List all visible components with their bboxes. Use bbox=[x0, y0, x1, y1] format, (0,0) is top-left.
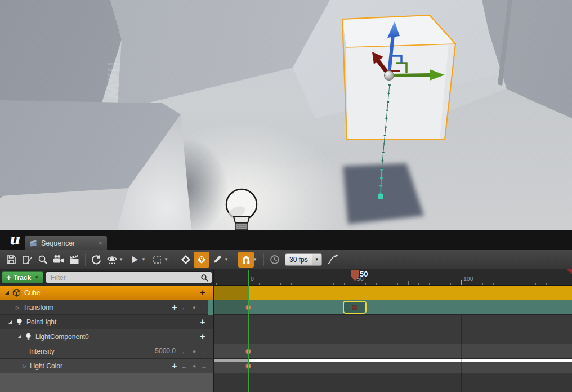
ruler-tick bbox=[557, 283, 557, 285]
clapperboard-icon bbox=[69, 254, 81, 265]
time-ruler[interactable]: 050100 bbox=[214, 269, 572, 286]
filter-box[interactable] bbox=[46, 271, 212, 283]
collapsed-arrow-icon[interactable]: ▷ bbox=[16, 305, 20, 310]
expand-arrow-icon[interactable] bbox=[5, 291, 9, 295]
auto-key-button[interactable] bbox=[194, 252, 209, 268]
track-row-cube[interactable]: Cube + bbox=[0, 286, 213, 300]
play-icon bbox=[130, 255, 139, 264]
playback-start-line[interactable] bbox=[248, 270, 249, 392]
collapsed-arrow-icon[interactable]: ▷ bbox=[23, 363, 26, 369]
keyframe-options-caret[interactable]: ▼ bbox=[224, 257, 231, 262]
add-key-icon[interactable]: ◆ bbox=[193, 349, 195, 354]
create-camera-button[interactable] bbox=[51, 252, 66, 268]
tab-sequencer[interactable]: Sequencer × bbox=[25, 236, 107, 250]
transform-track-lane[interactable] bbox=[214, 300, 572, 315]
pencil-icon bbox=[212, 254, 223, 265]
track-row-lightcomponent0[interactable]: LightComponent0 + bbox=[0, 329, 213, 344]
keyframe-options-button[interactable] bbox=[209, 252, 225, 268]
add-key-button[interactable]: + bbox=[169, 302, 180, 313]
ruler-tick bbox=[482, 283, 483, 285]
view-options-button[interactable] bbox=[104, 252, 120, 268]
ruler-tick bbox=[429, 283, 430, 285]
sequencer-panel: u Sequencer × bbox=[0, 230, 572, 392]
keyframe-button[interactable] bbox=[178, 252, 194, 268]
selection-range-button[interactable] bbox=[149, 252, 165, 268]
selection-range-caret[interactable]: ▼ bbox=[164, 257, 171, 262]
timeline-area[interactable] bbox=[214, 286, 572, 392]
lightcomponent-track-lane[interactable] bbox=[214, 329, 572, 344]
filter-input[interactable] bbox=[46, 272, 212, 283]
find-in-content-browser-button[interactable] bbox=[35, 252, 51, 268]
add-key-icon[interactable]: ◆ bbox=[193, 305, 195, 310]
fps-dropdown[interactable]: 30 fps ▼ bbox=[285, 253, 322, 266]
snap-button[interactable] bbox=[238, 252, 254, 268]
gizmo-y-axis[interactable] bbox=[394, 75, 431, 75]
marquee-icon bbox=[152, 255, 162, 265]
ruler-tick bbox=[333, 283, 334, 285]
track-row-pointlight[interactable]: PointLight + bbox=[0, 315, 213, 329]
ruler-tick bbox=[216, 283, 217, 285]
ruler-frame-label: 0 bbox=[251, 275, 254, 282]
sequencer-toolbar: ▼ ▼ ▼ bbox=[0, 250, 572, 269]
point-light-sprite[interactable] bbox=[226, 189, 257, 230]
prev-key-icon[interactable]: ← bbox=[181, 348, 187, 355]
curve-editor-button[interactable] bbox=[324, 252, 340, 268]
save-as-button[interactable] bbox=[19, 252, 35, 268]
time-snap-button[interactable] bbox=[267, 252, 283, 268]
add-key-icon[interactable]: ◆ bbox=[193, 364, 195, 368]
pointlight-track-lane[interactable] bbox=[214, 315, 572, 329]
timeline-gridline bbox=[461, 315, 462, 392]
ruler-tick bbox=[344, 283, 345, 285]
ruler-tick bbox=[291, 283, 292, 285]
fps-dropdown-caret[interactable]: ▼ bbox=[312, 254, 321, 265]
keyframe-diamond-icon bbox=[180, 254, 191, 265]
unreal-editor-window: Wall bbox=[0, 0, 572, 392]
lightcolor-track-lane[interactable] bbox=[214, 359, 572, 373]
expand-arrow-icon[interactable] bbox=[8, 320, 12, 324]
track-row-transform[interactable]: ▷ Transform + ← ◆ → bbox=[0, 300, 213, 315]
save-button[interactable] bbox=[3, 252, 19, 268]
track-controls-row: + Track ▼ bbox=[0, 269, 214, 286]
ruler-tick bbox=[259, 283, 260, 285]
add-track-caret: ▼ bbox=[34, 275, 39, 280]
track-row-intensity[interactable]: Intensity 5000.0 ← ◆ → bbox=[0, 344, 213, 359]
outliner-timeline-divider[interactable] bbox=[213, 269, 214, 392]
tab-close-icon[interactable]: × bbox=[98, 239, 102, 247]
cube-track-lane[interactable] bbox=[214, 286, 572, 300]
add-track-to-actor-button[interactable]: + bbox=[197, 317, 208, 327]
view-options-caret[interactable]: ▼ bbox=[119, 257, 126, 262]
add-key-button[interactable]: + bbox=[169, 361, 180, 371]
gizmo-center-ball[interactable] bbox=[385, 71, 394, 81]
restore-state-button[interactable] bbox=[88, 252, 104, 268]
intensity-track-lane[interactable] bbox=[214, 344, 572, 359]
playhead-line[interactable] bbox=[355, 281, 355, 392]
render-movie-button[interactable] bbox=[66, 252, 82, 268]
auto-key-icon bbox=[196, 254, 207, 265]
viewport-3d[interactable]: Wall bbox=[0, 0, 572, 230]
track-outliner: Cube + ▷ Transform + ← ◆ → bbox=[0, 286, 213, 392]
playback-options-caret[interactable]: ▼ bbox=[141, 257, 148, 262]
ruler-tick bbox=[461, 280, 462, 285]
snap-options-caret[interactable]: ▼ bbox=[253, 257, 260, 262]
add-track-to-component-button[interactable]: + bbox=[197, 332, 208, 342]
ruler-frame-label: 100 bbox=[463, 275, 473, 282]
playback-options-button[interactable] bbox=[127, 252, 142, 268]
add-track-button[interactable]: + Track ▼ bbox=[2, 271, 43, 283]
timeline-empty-area[interactable] bbox=[214, 373, 572, 392]
sequencer-tab-icon bbox=[29, 239, 37, 247]
next-key-icon[interactable]: → bbox=[201, 363, 207, 369]
prev-key-icon[interactable]: ← bbox=[181, 363, 187, 369]
ruler-tick bbox=[387, 283, 387, 285]
trajectory-end-key[interactable] bbox=[378, 194, 383, 199]
expand-arrow-icon[interactable] bbox=[17, 335, 21, 338]
add-section-button[interactable]: + bbox=[197, 288, 208, 298]
prev-key-icon[interactable]: ← bbox=[181, 304, 187, 311]
intensity-value-field[interactable]: 5000.0 bbox=[155, 347, 176, 355]
next-key-icon[interactable]: → bbox=[201, 304, 207, 311]
playback-end-marker[interactable] bbox=[566, 269, 572, 274]
next-key-icon[interactable]: → bbox=[201, 348, 207, 355]
track-row-lightcolor[interactable]: ▷ Light Color + ← ◆ → bbox=[0, 359, 213, 373]
sequencer-tab-bar: u Sequencer × bbox=[0, 230, 572, 250]
ruler-tick bbox=[525, 283, 525, 285]
unreal-engine-logo: u bbox=[6, 231, 23, 249]
